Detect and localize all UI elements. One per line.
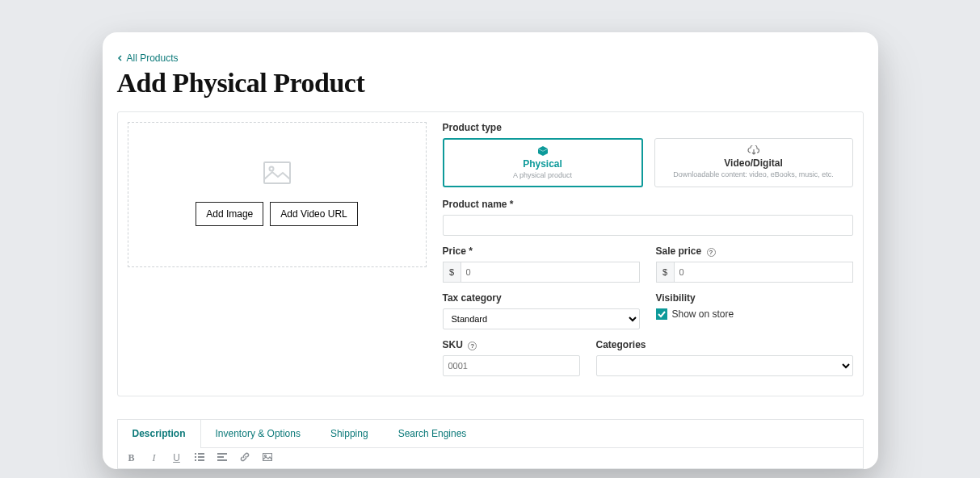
svg-rect-5 bbox=[198, 456, 204, 458]
categories-select[interactable] bbox=[596, 355, 853, 376]
tab-shipping[interactable]: Shipping bbox=[316, 420, 384, 447]
price-label: Price * bbox=[443, 245, 640, 257]
form-column: Product type Physical A physical product bbox=[443, 122, 853, 386]
box-icon bbox=[452, 146, 633, 158]
sale-price-label-text: Sale price bbox=[656, 245, 702, 257]
product-type-physical[interactable]: Physical A physical product bbox=[443, 138, 643, 187]
product-name-label: Product name * bbox=[443, 199, 853, 210]
svg-rect-11 bbox=[263, 454, 271, 461]
sale-price-label: Sale price ? bbox=[656, 245, 853, 257]
type-title: Video/Digital bbox=[663, 157, 844, 169]
image-placeholder-icon bbox=[263, 161, 291, 187]
media-dropzone[interactable]: Add Image Add Video URL bbox=[128, 122, 427, 267]
link-button[interactable] bbox=[239, 452, 250, 464]
tax-category-label: Tax category bbox=[443, 292, 640, 304]
sku-label: SKU ? bbox=[443, 339, 580, 350]
page-title: Add Physical Product bbox=[117, 68, 864, 99]
svg-point-1 bbox=[269, 167, 273, 171]
italic-button[interactable]: I bbox=[149, 452, 160, 464]
editor-toolbar: B I U bbox=[117, 448, 864, 469]
help-icon[interactable]: ? bbox=[468, 342, 477, 350]
price-currency: $ bbox=[443, 262, 461, 283]
image-button[interactable] bbox=[262, 452, 273, 464]
detail-tabs: Description Inventory & Options Shipping… bbox=[117, 419, 864, 448]
breadcrumb-label: All Products bbox=[127, 52, 179, 64]
show-on-store-checkbox[interactable] bbox=[656, 308, 667, 320]
media-buttons: Add Image Add Video URL bbox=[196, 202, 358, 226]
list-button[interactable] bbox=[194, 452, 205, 464]
underline-button[interactable]: U bbox=[171, 452, 183, 464]
svg-rect-10 bbox=[217, 459, 227, 461]
sku-label-text: SKU bbox=[443, 339, 463, 350]
align-button[interactable] bbox=[217, 452, 228, 464]
svg-rect-9 bbox=[217, 456, 224, 458]
svg-rect-6 bbox=[195, 459, 196, 461]
svg-rect-3 bbox=[198, 453, 204, 455]
tab-search-engines[interactable]: Search Engines bbox=[384, 420, 482, 447]
tax-category-select[interactable]: Standard bbox=[443, 308, 640, 329]
product-form-card: All Products Add Physical Product Add Im… bbox=[103, 32, 878, 469]
show-on-store-label: Show on store bbox=[672, 308, 734, 320]
price-input[interactable] bbox=[461, 262, 640, 283]
svg-rect-4 bbox=[195, 456, 196, 458]
add-image-button[interactable]: Add Image bbox=[196, 202, 263, 226]
svg-rect-7 bbox=[198, 459, 204, 461]
chevron-left-icon bbox=[117, 55, 124, 61]
tab-inventory-options[interactable]: Inventory & Options bbox=[201, 420, 316, 447]
svg-point-12 bbox=[264, 455, 266, 457]
sku-input[interactable] bbox=[443, 355, 580, 376]
sale-price-input[interactable] bbox=[674, 262, 853, 283]
sale-price-currency: $ bbox=[656, 262, 674, 283]
visibility-label: Visibility bbox=[656, 292, 853, 304]
main-panel: Add Image Add Video URL Product type Phy… bbox=[117, 111, 864, 396]
product-name-input[interactable] bbox=[443, 215, 853, 236]
bold-button[interactable]: B bbox=[126, 452, 137, 464]
svg-rect-0 bbox=[264, 162, 290, 183]
type-subtitle: A physical product bbox=[452, 171, 633, 179]
type-subtitle: Downloadable content: video, eBooks, mus… bbox=[663, 170, 844, 178]
cloud-download-icon bbox=[663, 145, 844, 157]
tab-description[interactable]: Description bbox=[118, 420, 201, 447]
product-type-label: Product type bbox=[443, 122, 853, 133]
type-title: Physical bbox=[452, 158, 633, 170]
categories-label: Categories bbox=[596, 339, 853, 350]
svg-rect-2 bbox=[195, 453, 196, 455]
help-icon[interactable]: ? bbox=[707, 248, 716, 257]
product-type-digital[interactable]: Video/Digital Downloadable content: vide… bbox=[654, 138, 853, 187]
breadcrumb-all-products[interactable]: All Products bbox=[117, 52, 179, 64]
svg-rect-8 bbox=[217, 453, 227, 455]
add-video-url-button[interactable]: Add Video URL bbox=[270, 202, 358, 226]
